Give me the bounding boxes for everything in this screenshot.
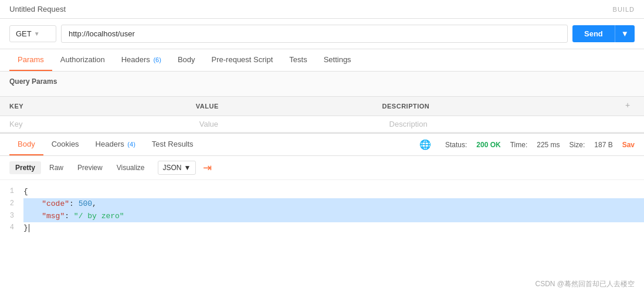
tab-response-body[interactable]: Body [9, 134, 43, 155]
code-value-msg: "/ by zero" [74, 212, 124, 221]
value-placeholder: Value [199, 120, 218, 128]
line-content-1: { [23, 186, 644, 198]
status-label: Status: [445, 141, 467, 149]
col-header-description: DESCRIPTION [378, 100, 623, 112]
tab-response-cookies[interactable]: Cookies [43, 134, 87, 155]
response-tabs-left: Body Cookies Headers (4) Test Results [9, 134, 202, 155]
format-tab-preview[interactable]: Preview [72, 161, 109, 174]
response-headers-badge: (4) [127, 141, 135, 148]
format-select-dropdown[interactable]: JSON ▼ [158, 161, 196, 175]
headers-badge: (6) [153, 56, 161, 63]
tab-pre-request-script[interactable]: Pre-request Script [204, 49, 282, 71]
time-value: 225 ms [537, 141, 560, 149]
build-label: BUILD [613, 6, 635, 13]
code-area: 1 { 2 "code": 500, 3 "msg": "/ by zero" … [0, 180, 644, 240]
response-tabs-bar: Body Cookies Headers (4) Test Results 🌐 … [0, 134, 644, 156]
key-cell[interactable]: Key [9, 116, 195, 132]
tab-tests[interactable]: Tests [281, 49, 315, 71]
query-params-section: Query Params [0, 72, 644, 97]
time-label: Time: [510, 141, 528, 149]
format-tab-visualize[interactable]: Visualize [111, 161, 151, 174]
wrap-icon[interactable]: ⇥ [203, 161, 212, 174]
tab-body[interactable]: Body [170, 49, 204, 71]
send-button-group: Send ▼ [572, 25, 635, 42]
format-tab-raw[interactable]: Raw [43, 161, 69, 174]
response-status-area: 🌐 Status: 200 OK Time: 225 ms Size: 187 … [419, 139, 635, 150]
code-line-3: 3 "msg": "/ by zero" [0, 211, 644, 223]
globe-icon: 🌐 [419, 139, 431, 150]
description-cell[interactable]: Description [385, 116, 635, 132]
title-bar: Untitled Request BUILD [0, 0, 644, 19]
text-cursor [29, 224, 29, 232]
status-value: 200 OK [476, 141, 500, 149]
col-header-value: VALUE [191, 100, 378, 112]
tab-params[interactable]: Params [9, 49, 52, 71]
query-params-table: KEY VALUE DESCRIPTION + Key Value Descri… [0, 97, 644, 133]
code-line-4: 4 } [0, 222, 644, 235]
chevron-down-icon: ▼ [34, 30, 40, 37]
size-label: Size: [570, 141, 585, 149]
tab-headers[interactable]: Headers (6) [113, 49, 170, 71]
line-number-2: 2 [0, 198, 23, 209]
line-content-4: } [23, 222, 644, 235]
col-header-key: KEY [9, 100, 191, 112]
tab-authorization[interactable]: Authorization [52, 49, 113, 71]
tab-settings[interactable]: Settings [316, 49, 360, 71]
request-tabs-bar: Params Authorization Headers (6) Body Pr… [0, 49, 644, 72]
table-row: Key Value Description [0, 116, 644, 133]
send-dropdown-button[interactable]: ▼ [615, 25, 635, 42]
value-cell[interactable]: Value [195, 116, 385, 132]
send-button[interactable]: Send [572, 25, 615, 42]
query-params-title: Query Params [9, 77, 635, 86]
code-line-1: 1 { [0, 186, 644, 198]
format-tab-pretty[interactable]: Pretty [9, 161, 41, 174]
response-section: Body Cookies Headers (4) Test Results 🌐 … [0, 133, 644, 240]
request-bar: GET ▼ Send ▼ [0, 19, 644, 49]
tab-response-headers[interactable]: Headers (4) [87, 134, 144, 155]
format-select-value: JSON [163, 164, 182, 172]
url-input[interactable] [61, 25, 568, 43]
code-key-msg: "msg" [42, 212, 65, 221]
code-line-2: 2 "code": 500, [0, 198, 644, 211]
description-placeholder: Description [389, 120, 428, 128]
tab-test-results[interactable]: Test Results [144, 134, 202, 155]
line-number-4: 4 [0, 222, 23, 233]
method-select[interactable]: GET ▼ [9, 25, 56, 42]
table-header-row: KEY VALUE DESCRIPTION + [0, 97, 644, 116]
add-row-icon[interactable]: + [623, 100, 632, 110]
page-title: Untitled Request [9, 5, 66, 13]
line-content-2: "code": 500, [23, 198, 644, 211]
col-header-action: + [623, 100, 635, 112]
code-value-code: 500 [79, 199, 92, 208]
code-key-code: "code" [42, 199, 69, 208]
method-label: GET [16, 29, 32, 38]
key-placeholder: Key [9, 120, 22, 128]
size-value: 187 B [594, 141, 612, 149]
line-content-3: "msg": "/ by zero" [23, 211, 644, 223]
response-format-bar: Pretty Raw Preview Visualize JSON ▼ ⇥ [0, 156, 644, 180]
line-number-1: 1 [0, 186, 23, 197]
line-number-3: 3 [0, 211, 23, 222]
format-select-chevron: ▼ [184, 164, 191, 172]
save-button[interactable]: Sav [622, 141, 635, 149]
